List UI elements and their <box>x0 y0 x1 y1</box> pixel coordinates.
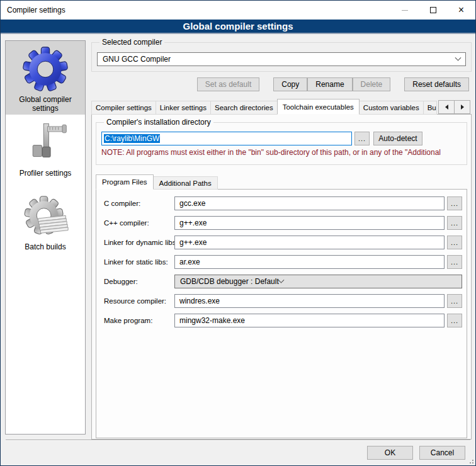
cancel-button[interactable]: Cancel <box>419 446 465 460</box>
sidebar-item-profiler-settings[interactable]: Profiler settings <box>6 115 85 188</box>
static-linker-row: Linker for static libs: ar.exe ... <box>104 255 462 269</box>
sidebar-item-label: Batch builds <box>25 242 65 251</box>
program-subtabs: Program Files Additional Paths <box>96 174 467 190</box>
settings-sidebar: Global compiler settings <box>5 40 86 435</box>
auto-detect-button[interactable]: Auto-detect <box>373 132 422 145</box>
make-program-browse-button[interactable]: ... <box>447 314 462 327</box>
make-program-row: Make program: mingw32-make.exe ... <box>104 314 462 327</box>
program-files-page: C compiler: gcc.exe ... C++ compiler: g+… <box>96 189 467 438</box>
c-compiler-label: C compiler: <box>104 200 174 207</box>
resource-compiler-label: Resource compiler: <box>104 297 174 305</box>
caption-buttons: × <box>390 1 475 20</box>
close-icon: × <box>458 5 464 15</box>
tab-search-directories[interactable]: Search directories <box>210 101 278 115</box>
selected-compiler-group: Selected compiler GNU GCC Compiler <box>91 42 472 72</box>
resource-compiler-row: Resource compiler: windres.exe ... <box>104 294 462 308</box>
dynamic-linker-row: Linker for dynamic libs: g++.exe ... <box>104 236 462 249</box>
sidebar-item-label: Profiler settings <box>20 169 72 178</box>
toolchain-executables-page: Compiler's installation directory C:\ray… <box>91 114 472 440</box>
maximize-icon <box>430 7 436 13</box>
debugger-label: Debugger: <box>104 278 174 285</box>
make-program-value: mingw32-make.exe <box>179 316 245 325</box>
maximize-button[interactable] <box>419 1 447 20</box>
dynamic-linker-browse-button[interactable]: ... <box>447 236 462 249</box>
subtab-program-files[interactable]: Program Files <box>96 174 154 190</box>
tab-custom-variables[interactable]: Custom variables <box>359 101 424 115</box>
make-program-field[interactable]: mingw32-make.exe <box>174 314 445 327</box>
spacer <box>259 77 273 91</box>
static-linker-field[interactable]: ar.exe <box>174 255 445 269</box>
compiler-actions: Set as default Copy Rename Delete Reset … <box>91 77 472 91</box>
selected-compiler-group-label: Selected compiler <box>99 38 164 47</box>
caliper-icon <box>20 118 71 168</box>
cpp-compiler-field[interactable]: g++.exe <box>174 216 445 230</box>
spacer <box>390 77 404 91</box>
rename-button[interactable]: Rename <box>307 77 352 91</box>
blue-gear-icon <box>20 45 71 94</box>
resource-compiler-field[interactable]: windres.exe <box>174 294 445 308</box>
main-panel: Selected compiler GNU GCC Compiler Set a… <box>91 35 472 465</box>
dialog-body: Global compiler settings <box>1 35 475 465</box>
static-linker-browse-button[interactable]: ... <box>447 255 462 269</box>
debugger-select[interactable]: GDB/CDB debugger : Default <box>174 275 462 288</box>
cpp-compiler-label: C++ compiler: <box>104 219 174 227</box>
tab-linker-settings[interactable]: Linker settings <box>156 101 211 115</box>
c-compiler-row: C compiler: gcc.exe ... <box>104 196 462 210</box>
tab-scroll-right-button[interactable] <box>454 100 470 114</box>
copy-button[interactable]: Copy <box>273 77 307 91</box>
static-linker-value: ar.exe <box>179 258 200 266</box>
tab-scroll-arrows <box>439 100 470 114</box>
window-title: Compiler settings <box>1 6 65 14</box>
cpp-compiler-browse-button[interactable]: ... <box>447 216 462 230</box>
grey-gear-stack-icon <box>20 192 71 241</box>
compiler-select[interactable]: GNU GCC Compiler <box>97 52 466 66</box>
minimize-icon <box>402 10 408 11</box>
subtab-additional-paths[interactable]: Additional Paths <box>153 176 218 190</box>
close-button[interactable]: × <box>447 1 475 20</box>
c-compiler-field[interactable]: gcc.exe <box>174 196 445 210</box>
arrow-right-icon <box>461 105 464 110</box>
resource-compiler-browse-button[interactable]: ... <box>447 294 462 308</box>
tab-scroll-left-button[interactable] <box>438 100 455 114</box>
resize-grip[interactable] <box>472 462 473 463</box>
installation-directory-input[interactable]: C:\raylib\MinGW <box>101 132 352 145</box>
page-title: Global compiler settings <box>1 20 475 34</box>
title-bar: Compiler settings × <box>1 1 475 20</box>
tab-toolchain-executables[interactable]: Toolchain executables <box>277 99 360 115</box>
sidebar-item-batch-builds[interactable]: Batch builds <box>6 188 85 262</box>
minimize-button[interactable] <box>390 1 419 20</box>
installation-directory-row: C:\raylib\MinGW ... Auto-detect <box>101 132 422 145</box>
installation-directory-group-label: Compiler's installation directory <box>104 118 213 127</box>
footer-divider-highlight <box>6 440 470 441</box>
compiler-select-value: GNU GCC Compiler <box>103 55 456 64</box>
debugger-value: GDB/CDB debugger : Default <box>180 277 279 286</box>
tab-compiler-settings[interactable]: Compiler settings <box>91 101 156 115</box>
make-program-label: Make program: <box>104 317 174 324</box>
settings-tabs: Compiler settings Linker settings Search… <box>91 99 472 115</box>
browse-directory-button[interactable]: ... <box>354 132 370 145</box>
sidebar-item-label: Global compiler settings <box>6 95 85 113</box>
cpp-compiler-row: C++ compiler: g++.exe ... <box>104 216 462 230</box>
installation-directory-group: Compiler's installation directory C:\ray… <box>96 122 467 165</box>
dynamic-linker-label: Linker for dynamic libs: <box>104 239 174 246</box>
dynamic-linker-value: g++.exe <box>179 238 207 247</box>
debugger-row: Debugger: GDB/CDB debugger : Default <box>104 275 462 288</box>
reset-defaults-button[interactable]: Reset defaults <box>404 77 469 91</box>
sidebar-item-global-compiler-settings[interactable]: Global compiler settings <box>6 41 85 115</box>
installation-directory-value: C:\raylib\MinGW <box>104 134 160 143</box>
c-compiler-browse-button[interactable]: ... <box>447 196 462 210</box>
dynamic-linker-field[interactable]: g++.exe <box>174 236 445 249</box>
chevron-down-icon <box>455 54 462 60</box>
delete-button[interactable]: Delete <box>353 77 391 91</box>
dialog-buttons: OK Cancel <box>367 446 465 460</box>
set-as-default-button[interactable]: Set as default <box>197 77 259 91</box>
installation-note: NOTE: All programs must exist either in … <box>101 148 467 157</box>
static-linker-label: Linker for static libs: <box>104 258 174 266</box>
resource-compiler-value: windres.exe <box>179 297 220 305</box>
tab-build-options[interactable]: Build options <box>423 101 437 115</box>
compiler-settings-dialog: Compiler settings × Global compiler sett… <box>0 0 476 466</box>
ok-button[interactable]: OK <box>367 446 413 460</box>
c-compiler-value: gcc.exe <box>179 199 205 208</box>
cpp-compiler-value: g++.exe <box>179 219 207 227</box>
arrow-left-icon <box>445 105 448 110</box>
